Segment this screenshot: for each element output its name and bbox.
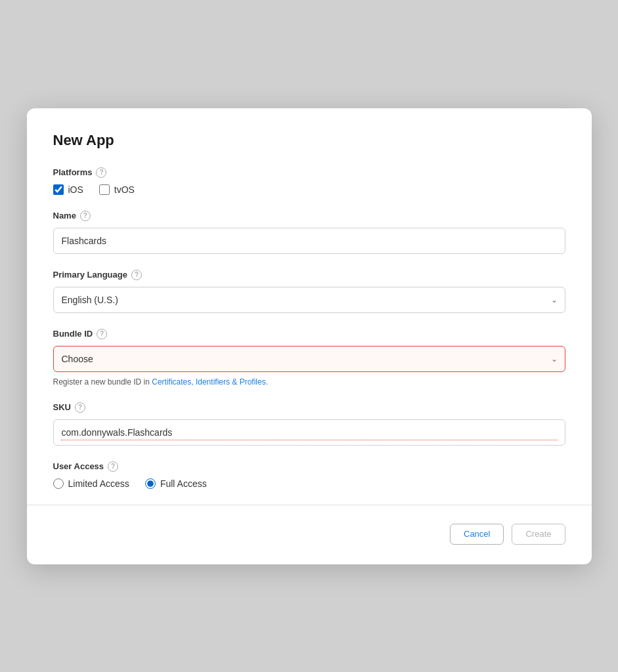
sku-label: SKU ? — [53, 402, 565, 413]
cancel-button[interactable]: Cancel — [450, 524, 504, 545]
platforms-label: Platforms ? — [53, 167, 565, 178]
platforms-row: iOS tvOS — [53, 184, 565, 195]
sku-section: SKU ? — [53, 402, 565, 446]
limited-access-item[interactable]: Limited Access — [53, 478, 129, 489]
limited-access-radio[interactable] — [53, 478, 64, 489]
limited-access-label: Limited Access — [68, 478, 129, 489]
primary-language-help-icon[interactable]: ? — [131, 270, 142, 280]
bundle-id-help-icon[interactable]: ? — [97, 329, 107, 339]
modal-title: New App — [53, 132, 565, 149]
footer-divider — [27, 505, 592, 505]
modal-dialog: New App Platforms ? iOS tvOS Name — [27, 108, 592, 564]
name-help-icon[interactable]: ? — [80, 211, 91, 221]
tvos-label: tvOS — [114, 184, 135, 195]
user-access-section: User Access ? Limited Access Full Access — [53, 461, 565, 489]
sku-help-icon[interactable]: ? — [75, 402, 85, 413]
create-button[interactable]: Create — [512, 524, 565, 545]
primary-language-select-wrapper: English (U.S.) ⌄ — [53, 287, 565, 313]
platforms-section: Platforms ? iOS tvOS — [53, 167, 565, 195]
ios-checkbox-item[interactable]: iOS — [53, 184, 83, 195]
primary-language-label: Primary Language ? — [53, 270, 565, 280]
bundle-id-select[interactable]: Choose — [53, 346, 565, 372]
tvos-checkbox-item[interactable]: tvOS — [99, 184, 135, 195]
name-section: Name ? — [53, 211, 565, 254]
primary-language-select[interactable]: English (U.S.) — [53, 287, 565, 313]
modal-footer: Cancel Create — [53, 521, 565, 545]
full-access-item[interactable]: Full Access — [145, 478, 207, 489]
user-access-help-icon[interactable]: ? — [108, 461, 118, 472]
name-label: Name ? — [53, 211, 565, 221]
sku-input[interactable] — [53, 419, 565, 446]
backdrop: New App Platforms ? iOS tvOS Name — [0, 0, 618, 672]
sku-input-wrapper — [53, 419, 565, 446]
ios-checkbox[interactable] — [53, 184, 64, 195]
tvos-checkbox[interactable] — [99, 184, 110, 195]
name-input[interactable] — [53, 228, 565, 254]
ios-label: iOS — [68, 184, 83, 195]
full-access-label: Full Access — [160, 478, 207, 489]
primary-language-section: Primary Language ? English (U.S.) ⌄ — [53, 270, 565, 313]
full-access-radio[interactable] — [145, 478, 156, 489]
platforms-help-icon[interactable]: ? — [96, 167, 106, 178]
bundle-id-link[interactable]: Certificates, Identifiers & Profiles — [152, 377, 265, 387]
user-access-radio-row: Limited Access Full Access — [53, 478, 565, 489]
bundle-id-select-wrapper: Choose ⌄ — [53, 346, 565, 372]
bundle-id-label: Bundle ID ? — [53, 329, 565, 339]
bundle-id-section: Bundle ID ? Choose ⌄ Register a new bund… — [53, 329, 565, 387]
user-access-label: User Access ? — [53, 461, 565, 472]
bundle-hint: Register a new bundle ID in Certificates… — [53, 377, 565, 387]
